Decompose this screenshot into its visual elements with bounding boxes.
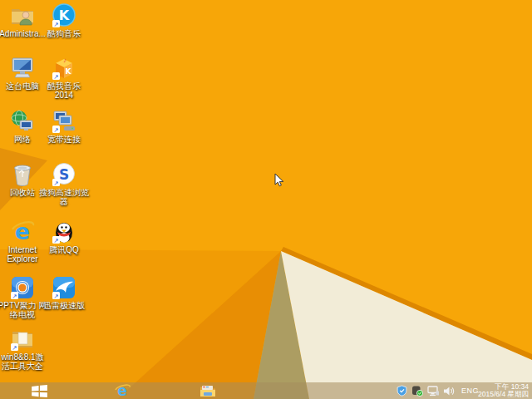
svg-text:↗: ↗ bbox=[53, 293, 58, 300]
clock-date: 2015/6/4 星期四 bbox=[478, 391, 529, 399]
icon-label: 酷狗音乐 bbox=[37, 29, 91, 38]
start-button[interactable] bbox=[25, 382, 53, 399]
icon-label: 搜狗高速浏览 器 bbox=[37, 188, 91, 206]
svg-text:S: S bbox=[59, 166, 69, 183]
kuwo-icon: K ♪ ↗ bbox=[52, 56, 76, 81]
desktop-icon-tencent-qq[interactable]: ↗ 腾讯QQ bbox=[42, 219, 86, 254]
desktop-icon-pptv[interactable]: ↗ PPTV聚力 网 络电视 bbox=[0, 275, 45, 319]
ie-icon: e bbox=[10, 219, 35, 244]
security-shield-icon[interactable] bbox=[397, 385, 407, 397]
windows-logo-icon bbox=[32, 385, 47, 397]
icon-label: 腾讯QQ bbox=[37, 245, 91, 254]
recycle-bin-icon bbox=[10, 162, 35, 187]
system-tray: ENG bbox=[397, 382, 479, 399]
qq-penguin-icon: ↗ bbox=[52, 219, 76, 244]
desktop: Administra... K ↗ 酷狗音乐 这台电脑 bbox=[0, 0, 532, 399]
taskbar-clock[interactable]: 下午 10:34 2015/6/4 星期四 bbox=[477, 382, 530, 399]
file-explorer-icon bbox=[200, 385, 216, 397]
taskbar: e bbox=[0, 382, 532, 399]
icon-label: 酷我音乐 2014 bbox=[37, 81, 91, 100]
kugou-icon: K ↗ bbox=[52, 3, 76, 28]
language-indicator[interactable]: ENG bbox=[461, 387, 479, 395]
computer-icon bbox=[10, 56, 35, 81]
svg-text:↗: ↗ bbox=[53, 73, 58, 81]
desktop-icon-internet-explorer[interactable]: e Internet Explorer bbox=[0, 219, 45, 264]
icon-label: win8&8.1激 活工具大全 bbox=[0, 352, 50, 371]
icon-label: 宽带连接 bbox=[37, 135, 91, 144]
folder-icon: ↗ bbox=[10, 327, 35, 352]
user-folder-icon bbox=[10, 3, 35, 28]
desktop-icon-broadband-connection[interactable]: ↗ 宽带连接 bbox=[42, 109, 86, 144]
icon-label: 迅雷极速版 bbox=[37, 301, 91, 310]
desktop-icon-win8-activation-tools[interactable]: ↗ win8&8.1激 活工具大全 bbox=[0, 327, 45, 371]
svg-text:↗: ↗ bbox=[53, 237, 58, 244]
desktop-icon-kuwo-music[interactable]: K ♪ ↗ 酷我音乐 2014 bbox=[42, 56, 86, 100]
taskbar-ie-button[interactable]: e bbox=[108, 382, 136, 399]
svg-text:♪: ♪ bbox=[63, 57, 66, 64]
svg-text:↗: ↗ bbox=[12, 344, 17, 352]
antivirus-status-icon[interactable] bbox=[411, 385, 423, 397]
svg-text:↗: ↗ bbox=[53, 126, 58, 134]
sogou-icon: S ↗ bbox=[52, 162, 76, 187]
desktop-icon-kugou-music[interactable]: K ↗ 酷狗音乐 bbox=[42, 3, 86, 38]
network-tray-icon[interactable] bbox=[427, 386, 439, 397]
ie-icon: e bbox=[114, 383, 131, 398]
pptv-icon: ↗ bbox=[10, 275, 35, 300]
network-globe-icon bbox=[10, 109, 35, 134]
svg-text:K: K bbox=[66, 67, 72, 76]
broadband-icon: ↗ bbox=[52, 109, 76, 134]
desktop-icon-sogou-browser[interactable]: S ↗ 搜狗高速浏览 器 bbox=[42, 162, 86, 206]
svg-text:K: K bbox=[59, 7, 70, 23]
taskbar-explorer-button[interactable] bbox=[194, 382, 222, 399]
desktop-icon-xunlei[interactable]: ↗ 迅雷极速版 bbox=[42, 275, 86, 310]
svg-text:↗: ↗ bbox=[53, 180, 58, 187]
xunlei-bird-icon: ↗ bbox=[52, 275, 76, 300]
svg-text:↗: ↗ bbox=[53, 21, 58, 28]
svg-text:↗: ↗ bbox=[12, 293, 17, 300]
volume-icon[interactable] bbox=[443, 386, 455, 397]
